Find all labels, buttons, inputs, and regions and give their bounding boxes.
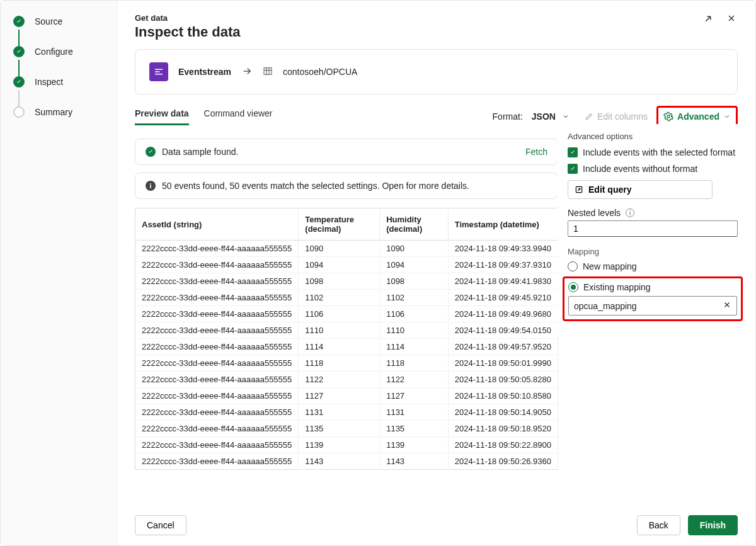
radio-label: Existing mapping bbox=[583, 282, 651, 292]
table-cell: 1131 bbox=[380, 404, 449, 421]
finish-button[interactable]: Finish bbox=[688, 515, 738, 535]
table-cell: 2222cccc-33dd-eeee-ff44-aaaaaa555555 bbox=[135, 257, 299, 273]
checkbox-label: Include events with the selected format bbox=[583, 147, 735, 157]
table-cell: 1122 bbox=[299, 372, 380, 388]
radio-label: New mapping bbox=[583, 261, 637, 271]
table-row[interactable]: 2222cccc-33dd-eeee-ff44-aaaaaa5555551135… bbox=[135, 421, 558, 437]
cancel-button[interactable]: Cancel bbox=[135, 515, 186, 535]
table-row[interactable]: 2222cccc-33dd-eeee-ff44-aaaaaa5555551094… bbox=[135, 257, 558, 273]
column-header[interactable]: Humidity (decimal) bbox=[380, 208, 449, 241]
table-cell: 2024-11-18 09:50:26.9360 bbox=[448, 453, 558, 470]
table-cell: 2222cccc-33dd-eeee-ff44-aaaaaa555555 bbox=[135, 339, 299, 355]
table-cell: 1102 bbox=[380, 290, 449, 306]
notice-text: 50 events found, 50 events match the sel… bbox=[162, 181, 469, 191]
wizard-step-inspect[interactable]: Inspect bbox=[13, 76, 104, 88]
table-cell: 2222cccc-33dd-eeee-ff44-aaaaaa555555 bbox=[135, 372, 299, 388]
close-icon[interactable] bbox=[726, 13, 738, 25]
back-button[interactable]: Back bbox=[637, 515, 680, 535]
info-icon[interactable]: i bbox=[626, 208, 634, 217]
table-row[interactable]: 2222cccc-33dd-eeee-ff44-aaaaaa5555551122… bbox=[135, 372, 558, 388]
table-cell: 1127 bbox=[380, 388, 449, 404]
source-card: Eventstream contosoeh/OPCUA bbox=[135, 49, 738, 94]
table-row[interactable]: 2222cccc-33dd-eeee-ff44-aaaaaa5555551090… bbox=[135, 241, 558, 257]
wizard-step-source[interactable]: Source bbox=[13, 16, 104, 27]
table-row[interactable]: 2222cccc-33dd-eeee-ff44-aaaaaa5555551114… bbox=[135, 339, 558, 355]
table-cell: 2222cccc-33dd-eeee-ff44-aaaaaa555555 bbox=[135, 453, 299, 470]
step-done-icon bbox=[13, 46, 25, 57]
table-cell: 1110 bbox=[380, 322, 449, 339]
table-cell: 2024-11-18 09:49:54.0150 bbox=[448, 322, 558, 339]
edit-columns-button: Edit columns bbox=[585, 111, 648, 122]
table-cell: 1114 bbox=[299, 339, 380, 355]
advanced-label: Advanced bbox=[677, 111, 719, 122]
table-cell: 2024-11-18 09:49:37.9310 bbox=[448, 257, 558, 273]
table-cell: 1139 bbox=[299, 437, 380, 453]
radio-new-mapping[interactable]: New mapping bbox=[568, 261, 738, 271]
table-cell: 1106 bbox=[380, 306, 449, 322]
table-cell: 2222cccc-33dd-eeee-ff44-aaaaaa555555 bbox=[135, 421, 299, 437]
mapping-select[interactable]: opcua_mapping bbox=[568, 296, 737, 316]
step-pending-icon bbox=[13, 106, 25, 118]
wizard-steps: SourceConfigureInspectSummary bbox=[1, 1, 117, 545]
wizard-step-summary[interactable]: Summary bbox=[13, 106, 104, 118]
table-row[interactable]: 2222cccc-33dd-eeee-ff44-aaaaaa5555551098… bbox=[135, 273, 558, 290]
step-done-icon bbox=[13, 76, 25, 88]
fetch-again-link[interactable]: Fetch bbox=[525, 147, 547, 157]
table-cell: 1143 bbox=[380, 453, 449, 470]
format-select[interactable]: JSON bbox=[528, 109, 573, 124]
table-icon bbox=[263, 66, 273, 78]
table-cell: 2024-11-18 09:50:22.8900 bbox=[448, 437, 558, 453]
wizard-footer: Cancel Back Finish bbox=[135, 515, 738, 535]
radio-existing-mapping[interactable]: Existing mapping bbox=[568, 282, 737, 292]
table-cell: 1098 bbox=[299, 273, 380, 290]
table-row[interactable]: 2222cccc-33dd-eeee-ff44-aaaaaa5555551110… bbox=[135, 322, 558, 339]
table-cell: 1122 bbox=[380, 372, 449, 388]
info-circle-icon: i bbox=[146, 181, 156, 191]
radio-selected-icon bbox=[568, 282, 578, 292]
edit-query-button[interactable]: Edit query bbox=[568, 180, 713, 199]
notice-events-summary[interactable]: i 50 events found, 50 events match the s… bbox=[135, 173, 558, 199]
table-cell: 2024-11-18 09:50:18.9520 bbox=[448, 421, 558, 437]
tab-preview-data[interactable]: Preview data bbox=[135, 108, 189, 125]
advanced-panel: Advanced options Include events with the… bbox=[558, 124, 748, 333]
table-cell: 1110 bbox=[299, 322, 380, 339]
table-row[interactable]: 2222cccc-33dd-eeee-ff44-aaaaaa5555551127… bbox=[135, 388, 558, 404]
table-row[interactable]: 2222cccc-33dd-eeee-ff44-aaaaaa5555551143… bbox=[135, 453, 558, 470]
table-cell: 1094 bbox=[380, 257, 449, 273]
table-row[interactable]: 2222cccc-33dd-eeee-ff44-aaaaaa5555551102… bbox=[135, 290, 558, 306]
expand-icon[interactable] bbox=[702, 13, 714, 25]
table-row[interactable]: 2222cccc-33dd-eeee-ff44-aaaaaa5555551118… bbox=[135, 355, 558, 372]
column-header[interactable]: Timestamp (datetime) bbox=[448, 208, 558, 241]
table-cell: 2222cccc-33dd-eeee-ff44-aaaaaa555555 bbox=[135, 388, 299, 404]
table-cell: 2024-11-18 09:49:41.9830 bbox=[448, 273, 558, 290]
table-row[interactable]: 2222cccc-33dd-eeee-ff44-aaaaaa5555551139… bbox=[135, 437, 558, 453]
checkbox-include-selected-format[interactable]: Include events with the selected format bbox=[568, 147, 738, 157]
table-cell: 1090 bbox=[380, 241, 449, 257]
table-cell: 2222cccc-33dd-eeee-ff44-aaaaaa555555 bbox=[135, 437, 299, 453]
wizard-step-configure[interactable]: Configure bbox=[13, 46, 104, 57]
table-cell: 1143 bbox=[299, 453, 380, 470]
table-cell: 2222cccc-33dd-eeee-ff44-aaaaaa555555 bbox=[135, 290, 299, 306]
table-cell: 1094 bbox=[299, 257, 380, 273]
notice-text: Data sample found. bbox=[162, 147, 238, 157]
notice-sample-found: Data sample found. Fetch bbox=[135, 139, 558, 165]
step-label: Summary bbox=[35, 107, 72, 117]
clear-icon[interactable] bbox=[723, 300, 731, 311]
svg-point-1 bbox=[667, 115, 670, 118]
checkbox-include-without-format[interactable]: Include events without format bbox=[568, 164, 738, 174]
checkbox-checked-icon bbox=[568, 147, 578, 157]
eventstream-icon bbox=[149, 62, 168, 81]
table-cell: 2024-11-18 09:50:14.9050 bbox=[448, 404, 558, 421]
table-row[interactable]: 2222cccc-33dd-eeee-ff44-aaaaaa5555551131… bbox=[135, 404, 558, 421]
gear-icon bbox=[663, 111, 673, 122]
column-header[interactable]: Temperature (decimal) bbox=[299, 208, 380, 241]
format-value: JSON bbox=[532, 111, 556, 122]
table-row[interactable]: 2222cccc-33dd-eeee-ff44-aaaaaa5555551106… bbox=[135, 306, 558, 322]
column-header[interactable]: AssetId (string) bbox=[135, 208, 299, 241]
step-label: Inspect bbox=[35, 77, 63, 87]
tab-command-viewer[interactable]: Command viewer bbox=[204, 108, 273, 125]
table-cell: 1118 bbox=[299, 355, 380, 372]
nested-levels-input[interactable] bbox=[568, 220, 738, 237]
step-done-icon bbox=[13, 16, 25, 27]
table-cell: 1090 bbox=[299, 241, 380, 257]
